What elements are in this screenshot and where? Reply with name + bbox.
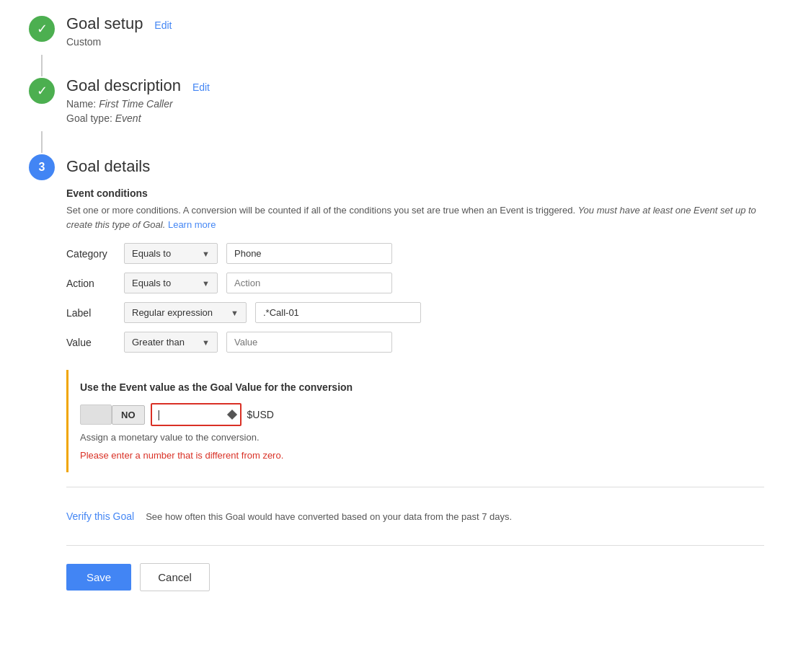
step1-row: ✓ Goal setup Edit Custom xyxy=(29,14,764,48)
action-buttons: Save Cancel xyxy=(66,560,764,591)
category-label: Category xyxy=(66,248,124,260)
action-select-value: Equals to xyxy=(132,278,171,288)
category-input[interactable] xyxy=(226,243,392,264)
save-button[interactable]: Save xyxy=(66,564,131,591)
step2-name-row: Name: First Time Caller xyxy=(66,98,764,110)
step3-title: Goal details xyxy=(66,157,150,175)
verify-desc: See how often this Goal would have conve… xyxy=(146,511,512,522)
step3-icon: 3 xyxy=(29,154,55,180)
category-select[interactable]: Equals to ▼ xyxy=(124,243,218,264)
step3-content: Goal details Event conditions Set one or… xyxy=(66,157,764,591)
diamond-icon xyxy=(226,410,236,420)
condition-row-action: Action Equals to ▼ xyxy=(66,273,764,293)
step2-type-value: Event xyxy=(115,112,141,124)
learn-more-link[interactable]: Learn more xyxy=(168,219,216,230)
cancel-button[interactable]: Cancel xyxy=(140,563,210,591)
category-dropdown-arrow: ▼ xyxy=(196,249,210,258)
event-conditions-desc: Set one or more conditions. A conversion… xyxy=(66,203,764,231)
value-input-wrapper xyxy=(151,403,242,426)
label-select[interactable]: Regular expression ▼ xyxy=(124,302,247,323)
condition-row-value: Value Greater than ▼ xyxy=(66,332,764,353)
step2-content: Goal description Edit Name: First Time C… xyxy=(66,76,764,124)
step1-content: Goal setup Edit Custom xyxy=(66,14,764,48)
step1-subtitle: Custom xyxy=(66,36,764,48)
step2-name-label: Name: xyxy=(66,98,96,110)
step2-icon: ✓ xyxy=(29,78,55,104)
condition-row-category: Category Equals to ▼ xyxy=(66,243,764,264)
action-dropdown-arrow: ▼ xyxy=(196,279,210,288)
step2-edit-link[interactable]: Edit xyxy=(192,81,210,93)
label-label: Label xyxy=(66,307,124,319)
step2-type-label: Goal type: xyxy=(66,112,112,124)
action-input[interactable] xyxy=(226,273,392,293)
step2-title: Goal description xyxy=(66,76,181,94)
value-label: Value xyxy=(66,337,124,348)
diamond-icon-container[interactable] xyxy=(224,411,240,418)
condition-row-label: Label Regular expression ▼ xyxy=(66,302,764,323)
step2-type-row: Goal type: Event xyxy=(66,112,764,124)
assign-label: Assign a monetary value to the conversio… xyxy=(80,432,753,443)
step2-name-value: First Time Caller xyxy=(99,98,173,110)
label-select-value: Regular expression xyxy=(132,307,213,318)
event-conditions-desc-text: Set one or more conditions. A conversion… xyxy=(66,205,575,216)
step3-number: 3 xyxy=(39,161,45,174)
toggle-row: NO $USD xyxy=(80,403,753,426)
value-select[interactable]: Greater than ▼ xyxy=(124,332,218,353)
toggle-switch[interactable] xyxy=(80,404,112,425)
action-label: Action xyxy=(66,278,124,289)
conditions-table: Category Equals to ▼ Action Equals to ▼ … xyxy=(66,243,764,353)
divider-actions xyxy=(66,545,764,546)
monetary-value-input[interactable] xyxy=(152,404,224,425)
label-input[interactable] xyxy=(255,302,421,323)
step1-icon: ✓ xyxy=(29,16,55,42)
checkmark2-icon: ✓ xyxy=(37,83,48,99)
step1-edit-link[interactable]: Edit xyxy=(154,19,172,31)
value-select-value: Greater than xyxy=(132,337,185,348)
divider-verify xyxy=(66,487,764,487)
action-select[interactable]: Equals to ▼ xyxy=(124,273,218,293)
event-conditions-title: Event conditions xyxy=(66,187,764,199)
connector-2 xyxy=(41,131,43,153)
currency-label: $USD xyxy=(247,409,274,420)
value-input[interactable] xyxy=(226,332,392,353)
verify-goal-link[interactable]: Verify this Goal xyxy=(66,510,134,522)
step3-row: 3 Goal details Event conditions Set one … xyxy=(29,153,764,591)
step1-title: Goal setup xyxy=(66,14,143,32)
category-select-value: Equals to xyxy=(132,248,171,259)
error-message: Please enter a number that is different … xyxy=(80,450,753,461)
connector-1 xyxy=(41,55,43,76)
checkmark-icon: ✓ xyxy=(37,21,48,37)
toggle-no-button[interactable]: NO xyxy=(112,405,145,425)
value-dropdown-arrow: ▼ xyxy=(196,338,210,347)
event-value-title: Use the Event value as the Goal Value fo… xyxy=(80,381,753,393)
verify-row: Verify this Goal See how often this Goal… xyxy=(66,502,764,531)
event-value-section: Use the Event value as the Goal Value fo… xyxy=(66,370,764,472)
step2-row: ✓ Goal description Edit Name: First Time… xyxy=(29,76,764,124)
label-dropdown-arrow: ▼ xyxy=(225,309,239,317)
